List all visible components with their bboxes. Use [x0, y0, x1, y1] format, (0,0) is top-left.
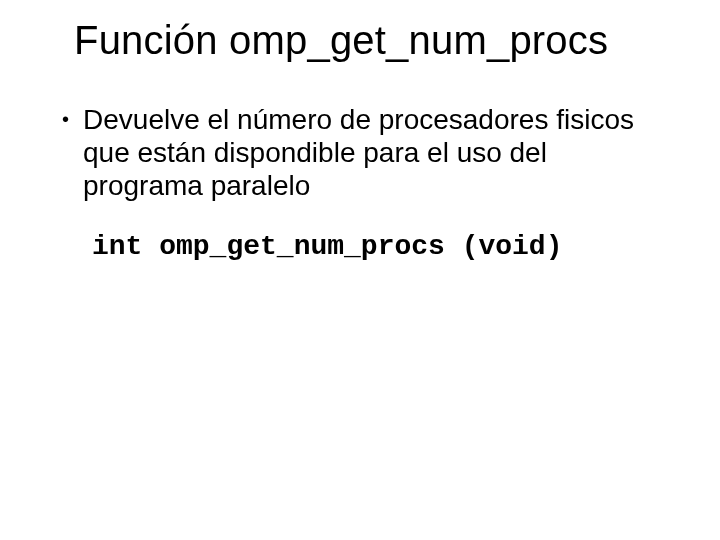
- slide-body: • Devuelve el número de procesadores fis…: [60, 103, 660, 263]
- bullet-dot-icon: •: [62, 103, 69, 135]
- bullet-item: • Devuelve el número de procesadores fis…: [60, 103, 660, 202]
- bullet-text: Devuelve el número de procesadores fisic…: [83, 103, 660, 202]
- code-signature: int omp_get_num_procs (void): [92, 230, 660, 263]
- slide: Función omp_get_num_procs • Devuelve el …: [0, 0, 720, 540]
- slide-title: Función omp_get_num_procs: [74, 18, 660, 63]
